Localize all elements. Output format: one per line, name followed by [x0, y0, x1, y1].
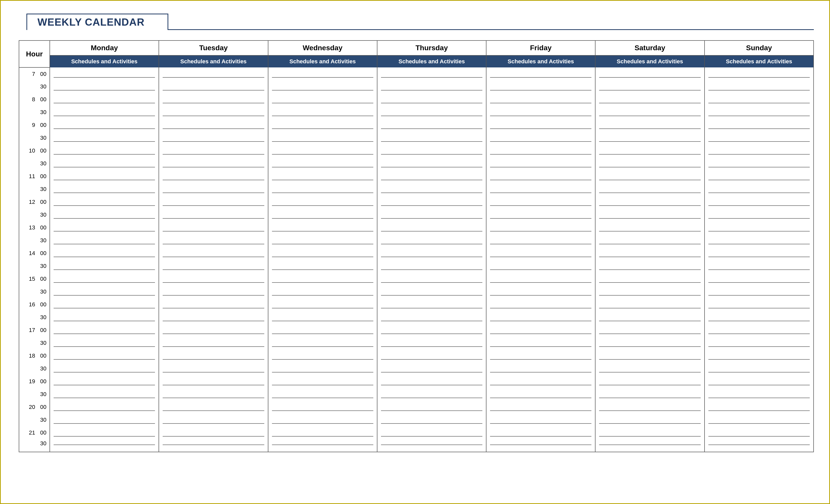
- slot-cell[interactable]: [705, 413, 813, 426]
- slot-cell[interactable]: [595, 388, 704, 401]
- slot-cell[interactable]: [595, 93, 704, 106]
- slot-cell[interactable]: [705, 144, 813, 157]
- slot-cell[interactable]: [705, 183, 813, 196]
- slot-cell[interactable]: [705, 260, 813, 272]
- slot-cell[interactable]: [159, 119, 268, 132]
- slot-cell[interactable]: [377, 388, 486, 401]
- slot-cell[interactable]: [377, 208, 486, 221]
- slot-cell[interactable]: [377, 183, 486, 196]
- slot-cell[interactable]: [268, 272, 377, 285]
- slot-cell[interactable]: [486, 401, 595, 413]
- slot-cell[interactable]: [595, 401, 704, 413]
- slot-cell[interactable]: [159, 170, 268, 183]
- slot-cell[interactable]: [595, 183, 704, 196]
- slot-cell[interactable]: [377, 234, 486, 247]
- slot-cell[interactable]: [705, 388, 813, 401]
- slot-cell[interactable]: [595, 119, 704, 132]
- slot-cell[interactable]: [486, 247, 595, 260]
- slot-cell[interactable]: [486, 285, 595, 298]
- slot-cell[interactable]: [159, 93, 268, 106]
- slot-cell[interactable]: [268, 196, 377, 208]
- slot-cell[interactable]: [159, 298, 268, 311]
- slot-cell[interactable]: [159, 247, 268, 260]
- slot-cell[interactable]: [50, 157, 159, 170]
- slot-cell[interactable]: [268, 311, 377, 324]
- slot-cell[interactable]: [268, 67, 377, 80]
- slot-cell[interactable]: [595, 170, 704, 183]
- slot-cell[interactable]: [50, 349, 159, 362]
- slot-cell[interactable]: [377, 170, 486, 183]
- slot-cell[interactable]: [486, 144, 595, 157]
- slot-cell[interactable]: [595, 67, 704, 80]
- slot-cell[interactable]: [50, 170, 159, 183]
- slot-cell[interactable]: [50, 311, 159, 324]
- slot-cell[interactable]: [159, 401, 268, 413]
- slot-cell[interactable]: [268, 362, 377, 375]
- slot-cell[interactable]: [268, 298, 377, 311]
- slot-cell[interactable]: [50, 208, 159, 221]
- slot-cell[interactable]: [486, 132, 595, 144]
- slot-cell[interactable]: [705, 132, 813, 144]
- slot-cell[interactable]: [705, 247, 813, 260]
- slot-cell[interactable]: [50, 413, 159, 426]
- slot-cell[interactable]: [486, 157, 595, 170]
- slot-cell[interactable]: [377, 324, 486, 337]
- slot-cell[interactable]: [486, 93, 595, 106]
- slot-cell[interactable]: [377, 337, 486, 349]
- slot-cell[interactable]: [705, 401, 813, 413]
- slot-cell[interactable]: [159, 324, 268, 337]
- slot-cell[interactable]: [50, 401, 159, 413]
- slot-cell[interactable]: [159, 80, 268, 93]
- slot-cell[interactable]: [377, 311, 486, 324]
- slot-cell[interactable]: [159, 362, 268, 375]
- slot-cell[interactable]: [268, 208, 377, 221]
- slot-cell[interactable]: [705, 362, 813, 375]
- slot-cell[interactable]: [705, 170, 813, 183]
- slot-cell[interactable]: [705, 349, 813, 362]
- slot-cell[interactable]: [705, 298, 813, 311]
- slot-cell[interactable]: [705, 208, 813, 221]
- slot-cell[interactable]: [268, 221, 377, 234]
- slot-cell[interactable]: [377, 413, 486, 426]
- slot-cell[interactable]: [268, 375, 377, 388]
- slot-cell[interactable]: [159, 144, 268, 157]
- slot-cell[interactable]: [268, 426, 377, 439]
- slot-cell[interactable]: [50, 144, 159, 157]
- slot-cell[interactable]: [377, 298, 486, 311]
- slot-cell[interactable]: [377, 93, 486, 106]
- slot-cell[interactable]: [486, 349, 595, 362]
- slot-cell[interactable]: [486, 388, 595, 401]
- slot-cell[interactable]: [595, 413, 704, 426]
- slot-cell[interactable]: [377, 157, 486, 170]
- slot-cell[interactable]: [377, 401, 486, 413]
- slot-cell[interactable]: [595, 349, 704, 362]
- slot-cell[interactable]: [595, 208, 704, 221]
- slot-cell[interactable]: [159, 234, 268, 247]
- slot-cell[interactable]: [268, 132, 377, 144]
- slot-cell[interactable]: [377, 349, 486, 362]
- slot-cell[interactable]: [705, 93, 813, 106]
- slot-cell[interactable]: [159, 349, 268, 362]
- slot-cell[interactable]: [377, 375, 486, 388]
- slot-cell[interactable]: [159, 337, 268, 349]
- slot-cell[interactable]: [50, 132, 159, 144]
- slot-cell[interactable]: [268, 260, 377, 272]
- slot-cell[interactable]: [595, 285, 704, 298]
- slot-cell[interactable]: [377, 80, 486, 93]
- slot-cell[interactable]: [595, 439, 704, 452]
- slot-cell[interactable]: [159, 260, 268, 272]
- slot-cell[interactable]: [50, 272, 159, 285]
- slot-cell[interactable]: [377, 247, 486, 260]
- slot-cell[interactable]: [705, 80, 813, 93]
- slot-cell[interactable]: [159, 221, 268, 234]
- slot-cell[interactable]: [705, 375, 813, 388]
- slot-cell[interactable]: [159, 375, 268, 388]
- slot-cell[interactable]: [159, 272, 268, 285]
- slot-cell[interactable]: [486, 298, 595, 311]
- slot-cell[interactable]: [595, 375, 704, 388]
- slot-cell[interactable]: [268, 183, 377, 196]
- slot-cell[interactable]: [377, 67, 486, 80]
- slot-cell[interactable]: [705, 234, 813, 247]
- slot-cell[interactable]: [377, 285, 486, 298]
- slot-cell[interactable]: [50, 106, 159, 119]
